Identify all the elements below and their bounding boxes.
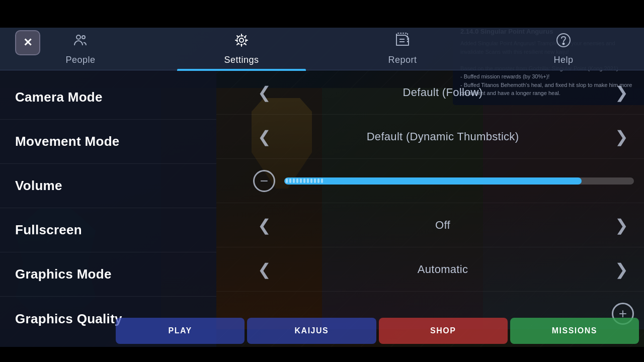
left-chevron-icon-3: ❮ — [258, 216, 271, 235]
movement-mode-value-row: ❮ Default (Dynamic Thumbstick) ❯ — [216, 115, 644, 159]
people-icon — [72, 32, 89, 52]
movement-mode-left-arrow[interactable]: ❮ — [252, 124, 277, 149]
tab-report-label: Report — [388, 55, 417, 65]
fullscreen-value: Off — [277, 219, 609, 232]
movement-mode-right-arrow[interactable]: ❯ — [609, 124, 634, 149]
svg-point-0 — [76, 35, 80, 39]
nav-tabs: People Settings Report — [0, 28, 644, 70]
volume-slider-fill — [284, 177, 582, 185]
volume-slider-track[interactable] — [284, 177, 634, 185]
play-label: PLAY — [169, 326, 192, 335]
report-icon — [394, 32, 411, 52]
volume-decrease-button[interactable]: − — [252, 168, 277, 194]
fullscreen-value-row: ❮ Off ❯ — [216, 203, 644, 247]
kaijus-label: KAIJUS — [295, 326, 329, 335]
right-chevron-icon: ❯ — [615, 83, 628, 102]
left-chevron-icon-2: ❮ — [258, 127, 271, 146]
tab-settings-underline — [177, 69, 306, 71]
help-icon — [555, 32, 572, 52]
volume-tick — [310, 178, 312, 183]
graphics-mode-value-row: ❮ Automatic ❯ — [216, 247, 644, 292]
close-icon: ✕ — [23, 36, 32, 49]
right-chevron-icon-3: ❯ — [615, 216, 628, 235]
camera-mode-value: Default (Follow) — [277, 86, 609, 99]
tab-report[interactable]: Report — [322, 27, 483, 70]
volume-tick — [296, 178, 298, 183]
missions-label: MISSIONS — [552, 326, 597, 335]
minus-icon: − — [253, 170, 275, 192]
settings-panel: Camera Mode Movement Mode Volume Fullscr… — [0, 70, 216, 347]
tab-settings[interactable]: Settings — [161, 27, 322, 70]
movement-mode-value: Default (Dynamic Thumbstick) — [277, 130, 609, 143]
play-button[interactable]: PLAY — [116, 318, 245, 344]
fullscreen-left-arrow[interactable]: ❮ — [252, 213, 277, 238]
setting-graphics-mode[interactable]: Graphics Mode — [0, 252, 216, 297]
graphics-mode-label: Graphics Mode — [15, 266, 112, 282]
tab-people-label: People — [65, 55, 95, 65]
camera-mode-label: Camera Mode — [15, 89, 103, 105]
settings-values: ❮ Default (Follow) ❯ ❮ Default (Dynamic … — [216, 70, 644, 347]
tab-help-label: Help — [553, 55, 573, 65]
volume-tick — [286, 178, 288, 183]
svg-point-1 — [82, 36, 85, 39]
volume-tick — [293, 178, 295, 183]
camera-mode-right-arrow[interactable]: ❯ — [609, 80, 634, 105]
shop-button[interactable]: SHOP — [379, 318, 508, 344]
left-chevron-icon-4: ❮ — [258, 260, 271, 279]
svg-point-2 — [239, 38, 244, 42]
volume-tick — [321, 178, 323, 183]
svg-point-7 — [563, 43, 565, 45]
setting-volume[interactable]: Volume — [0, 164, 216, 208]
graphics-mode-right-arrow[interactable]: ❯ — [609, 257, 634, 282]
camera-mode-left-arrow[interactable]: ❮ — [252, 80, 277, 105]
bottom-bar — [0, 347, 644, 362]
close-button[interactable]: ✕ — [15, 30, 40, 55]
setting-movement-mode[interactable]: Movement Mode — [0, 120, 216, 164]
volume-row: − + — [216, 159, 644, 203]
movement-mode-label: Movement Mode — [15, 134, 120, 149]
bottom-nav: PLAY KAIJUS SHOP MISSIONS — [111, 314, 644, 347]
volume-tick — [307, 178, 309, 183]
volume-tick — [303, 178, 305, 183]
volume-tick — [317, 178, 319, 183]
tab-help[interactable]: Help — [483, 27, 644, 70]
tab-settings-label: Settings — [224, 55, 259, 65]
graphics-mode-left-arrow[interactable]: ❮ — [252, 257, 277, 282]
missions-button[interactable]: MISSIONS — [510, 318, 639, 344]
fullscreen-label: Fullscreen — [15, 222, 82, 238]
right-chevron-icon-2: ❯ — [615, 127, 628, 146]
graphics-mode-value: Automatic — [277, 263, 609, 276]
volume-tick — [289, 178, 291, 183]
shop-label: SHOP — [430, 326, 456, 335]
setting-camera-mode[interactable]: Camera Mode — [0, 75, 216, 120]
volume-label: Volume — [15, 178, 62, 194]
setting-fullscreen[interactable]: Fullscreen — [0, 208, 216, 252]
settings-icon — [233, 32, 250, 52]
volume-tick — [300, 178, 302, 183]
volume-tick — [314, 178, 316, 183]
fullscreen-right-arrow[interactable]: ❯ — [609, 213, 634, 238]
camera-mode-value-row: ❮ Default (Follow) ❯ — [216, 70, 644, 115]
top-bar — [0, 0, 644, 28]
left-chevron-icon: ❮ — [258, 83, 271, 102]
graphics-quality-label: Graphics Quality — [15, 311, 122, 327]
kaijus-button[interactable]: KAIJUS — [247, 318, 376, 344]
right-chevron-icon-4: ❯ — [615, 260, 628, 279]
